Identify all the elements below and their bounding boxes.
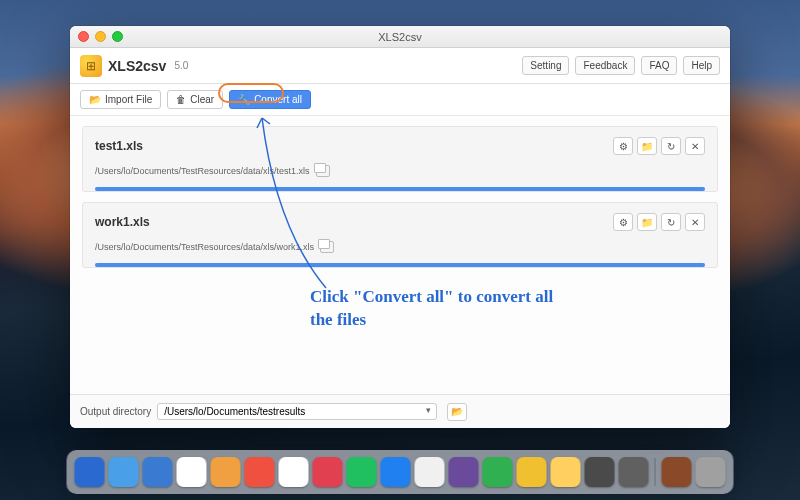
file-path: /Users/lo/Documents/TestResources/data/x… xyxy=(95,242,314,252)
file-progress-bar xyxy=(95,263,705,267)
import-file-label: Import File xyxy=(105,94,152,105)
clear-button[interactable]: 🗑 Clear xyxy=(167,90,223,109)
dock-app-icon[interactable] xyxy=(517,457,547,487)
faq-button[interactable]: FAQ xyxy=(641,56,677,75)
dock-app-icon[interactable] xyxy=(347,457,377,487)
file-list: test1.xls ⚙ 📁 ↻ ✕ /Users/lo/Documents/Te… xyxy=(70,116,730,394)
app-window: XLS2csv ⊞ XLS2csv 5.0 Setting Feedback F… xyxy=(70,26,730,428)
window-titlebar: XLS2csv xyxy=(70,26,730,48)
annotation-text: Click "Convert all" to convert all the f… xyxy=(310,286,570,332)
dock-app-icon[interactable] xyxy=(75,457,105,487)
copy-path-button[interactable] xyxy=(320,241,334,253)
file-settings-button[interactable]: ⚙ xyxy=(613,137,633,155)
dock-app-icon[interactable] xyxy=(381,457,411,487)
file-settings-button[interactable]: ⚙ xyxy=(613,213,633,231)
dock-app-icon[interactable] xyxy=(696,457,726,487)
clear-label: Clear xyxy=(190,94,214,105)
wrench-icon: 🔧 xyxy=(238,94,250,105)
macos-dock xyxy=(67,450,734,494)
folder-open-icon: 📂 xyxy=(451,406,463,417)
file-open-folder-button[interactable]: 📁 xyxy=(637,137,657,155)
file-remove-button[interactable]: ✕ xyxy=(685,213,705,231)
trash-icon: 🗑 xyxy=(176,94,186,105)
toolbar: 📂 Import File 🗑 Clear 🔧 Convert all xyxy=(70,84,730,116)
file-open-folder-button[interactable]: 📁 xyxy=(637,213,657,231)
convert-all-label: Convert all xyxy=(254,94,302,105)
app-version: 5.0 xyxy=(174,60,188,71)
feedback-button[interactable]: Feedback xyxy=(575,56,635,75)
dock-app-icon[interactable] xyxy=(313,457,343,487)
setting-button[interactable]: Setting xyxy=(522,56,569,75)
copy-path-button[interactable] xyxy=(316,165,330,177)
app-header: ⊞ XLS2csv 5.0 Setting Feedback FAQ Help xyxy=(70,48,730,84)
file-remove-button[interactable]: ✕ xyxy=(685,137,705,155)
refresh-icon: ↻ xyxy=(667,217,675,228)
import-file-button[interactable]: 📂 Import File xyxy=(80,90,161,109)
dock-app-icon[interactable] xyxy=(483,457,513,487)
file-name: test1.xls xyxy=(95,139,609,153)
gear-icon: ⚙ xyxy=(619,217,628,228)
close-icon: ✕ xyxy=(691,141,699,152)
footer-bar: Output directory /Users/lo/Documents/tes… xyxy=(70,394,730,428)
file-progress-fill xyxy=(95,263,705,267)
dock-app-icon[interactable] xyxy=(619,457,649,487)
dock-app-icon[interactable] xyxy=(177,457,207,487)
convert-all-button[interactable]: 🔧 Convert all xyxy=(229,90,311,109)
window-title: XLS2csv xyxy=(70,31,730,43)
refresh-icon: ↻ xyxy=(667,141,675,152)
dock-app-icon[interactable] xyxy=(279,457,309,487)
dock-divider xyxy=(655,458,656,486)
file-progress-fill xyxy=(95,187,705,191)
output-directory-select[interactable]: /Users/lo/Documents/testresults xyxy=(157,403,437,420)
app-logo-icon: ⊞ xyxy=(80,55,102,77)
output-directory-label: Output directory xyxy=(80,406,151,417)
help-button[interactable]: Help xyxy=(683,56,720,75)
dock-app-icon[interactable] xyxy=(551,457,581,487)
file-path: /Users/lo/Documents/TestResources/data/x… xyxy=(95,166,310,176)
gear-icon: ⚙ xyxy=(619,141,628,152)
file-progress-bar xyxy=(95,187,705,191)
dock-app-icon[interactable] xyxy=(415,457,445,487)
folder-open-icon: 📂 xyxy=(89,94,101,105)
file-card: test1.xls ⚙ 📁 ↻ ✕ /Users/lo/Documents/Te… xyxy=(82,126,718,192)
file-refresh-button[interactable]: ↻ xyxy=(661,137,681,155)
dock-app-icon[interactable] xyxy=(109,457,139,487)
file-refresh-button[interactable]: ↻ xyxy=(661,213,681,231)
file-name: work1.xls xyxy=(95,215,609,229)
folder-icon: 📁 xyxy=(641,217,653,228)
app-name: XLS2csv xyxy=(108,58,166,74)
dock-app-icon[interactable] xyxy=(662,457,692,487)
browse-output-button[interactable]: 📂 xyxy=(447,403,467,421)
dock-app-icon[interactable] xyxy=(245,457,275,487)
folder-icon: 📁 xyxy=(641,141,653,152)
dock-app-icon[interactable] xyxy=(449,457,479,487)
dock-app-icon[interactable] xyxy=(211,457,241,487)
dock-app-icon[interactable] xyxy=(585,457,615,487)
file-card: work1.xls ⚙ 📁 ↻ ✕ /Users/lo/Documents/Te… xyxy=(82,202,718,268)
close-icon: ✕ xyxy=(691,217,699,228)
dock-app-icon[interactable] xyxy=(143,457,173,487)
